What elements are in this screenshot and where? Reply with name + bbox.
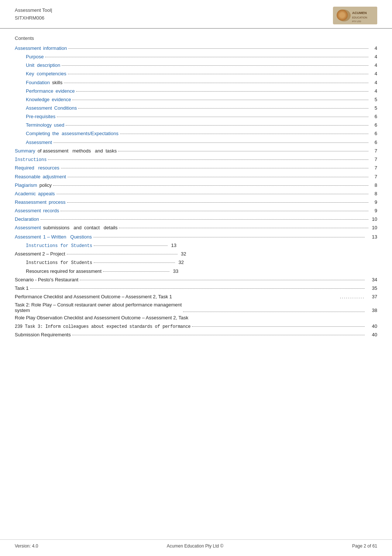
toc-entry[interactable]: Instructions 7	[15, 156, 377, 164]
toc-entry[interactable]: Assessment 6	[15, 139, 377, 146]
toc-entry[interactable]: Plagiarism policy 8	[15, 182, 377, 189]
toc-entry[interactable]: Required resources 7	[15, 164, 377, 172]
toc-entry[interactable]: Assessment records 9	[15, 207, 377, 214]
toc-entry[interactable]: Completing the assessments/Expectations …	[15, 130, 377, 137]
document-title: Assessment Tool| SITXHRM006	[15, 7, 52, 22]
contents-heading: Contents	[0, 29, 392, 45]
toc-entry[interactable]: Resources required for assessment 33	[15, 268, 377, 275]
toc-entry[interactable]: Pre-requisites 6	[15, 113, 377, 120]
page-footer: Version: 4.0 Acumen Education Pty Ltd © …	[0, 539, 392, 549]
toc-entry[interactable]: Assessment information 4	[15, 45, 377, 52]
version-label: Version: 4.0	[15, 543, 38, 549]
toc-entry[interactable]: Declaration 10	[15, 216, 377, 223]
toc-entry[interactable]: Terminology used 6	[15, 121, 377, 129]
toc-entry[interactable]: Summary of assessment methods and tasks …	[15, 147, 377, 155]
toc-entry[interactable]: Unit description 4	[15, 62, 377, 69]
svg-text:EDUCATION: EDUCATION	[352, 16, 367, 19]
toc-entry[interactable]: Performance evidence 4	[15, 87, 377, 95]
toc-entry[interactable]: Task 1 35	[15, 285, 377, 292]
toc-entry[interactable]: Key competencies 4	[15, 70, 377, 78]
toc-entry[interactable]: Academic appeals 8	[15, 190, 377, 198]
toc-entry[interactable]: Assessment 1 – Written Questions 13	[15, 233, 377, 241]
copyright-label: Acumen Education Pty Ltd ©	[167, 543, 224, 549]
toc-entry[interactable]: Instructions for Students 13	[15, 242, 377, 250]
svg-point-1	[337, 10, 351, 21]
company-logo: ACUMEN EDUCATION PTY LTD	[333, 7, 377, 24]
toc-entry[interactable]: Foundation skills 4	[15, 79, 377, 86]
svg-text:PTY LTD: PTY LTD	[352, 20, 361, 23]
toc-entry[interactable]: Assessment 2 – Project 32	[15, 250, 377, 258]
toc-entry[interactable]: Submission Requirements 40	[15, 331, 377, 339]
toc-entry[interactable]: Assessment submissions and contact detai…	[15, 224, 377, 231]
toc-entry[interactable]: Reasonable adjustment 7	[15, 173, 377, 181]
page-header: Assessment Tool| SITXHRM006 ACUMEN EDUCA…	[0, 0, 392, 29]
toc-entry[interactable]: Instructions for Students 32	[15, 259, 377, 267]
toc-entry[interactable]: Knowledge evidence 5	[15, 96, 377, 103]
toc-entry[interactable]: Performance Checklist and Assessment Out…	[15, 293, 377, 301]
toc-entry[interactable]: Scenario - Pesto's Restaurant 34	[15, 276, 377, 284]
toc-entry[interactable]: Reassessment process 9	[15, 199, 377, 206]
page-number: Page 2 of 61	[352, 543, 377, 549]
svg-point-2	[340, 11, 347, 18]
toc-entry[interactable]: Role Play Observation Checklist and Asse…	[15, 314, 377, 322]
table-of-contents: Assessment information 4 Purpose 4 Unit …	[0, 45, 392, 354]
svg-text:ACUMEN: ACUMEN	[352, 11, 367, 15]
toc-entry[interactable]: Purpose 4	[15, 53, 377, 61]
toc-entry[interactable]: Assessment Conditions 5	[15, 104, 377, 112]
toc-entry[interactable]: Task 2: Role Play – Consult restaurant o…	[15, 302, 377, 313]
toc-entry[interactable]: 239 Task 3: Inform colleagues about expe…	[15, 323, 377, 330]
